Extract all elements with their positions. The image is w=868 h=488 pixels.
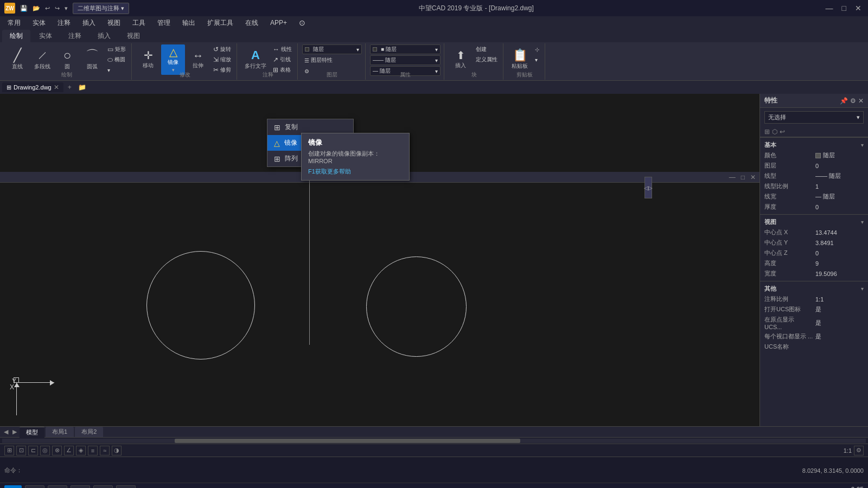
draw-line-btn[interactable]: ╱ 直线 — [5, 44, 29, 75]
draw-rect-btn[interactable]: ▭ 矩形 — [105, 44, 128, 54]
panel-settings-icon[interactable]: ⚙ — [850, 97, 856, 105]
selection-dropdown[interactable]: 无选择 ▾ — [764, 111, 864, 124]
menu-shuchu[interactable]: 输出 — [177, 17, 201, 29]
block-create-btn[interactable]: 创建 — [474, 44, 500, 54]
modify-scale-btn[interactable]: ⇲ 缩放 — [211, 55, 233, 65]
circle-right-mirrored — [366, 256, 467, 357]
menu-app[interactable]: APP+ — [265, 18, 292, 28]
menu-zhushi[interactable]: 注释 — [52, 17, 76, 29]
ribbon-tab-annotate[interactable]: 注释 — [61, 30, 89, 42]
quick-tool-redo[interactable]: ↪ — [53, 4, 61, 12]
prop-section-view-header[interactable]: 视图 ▾ — [764, 217, 864, 227]
prop-row-annscale: 注释比例 1:1 — [764, 294, 864, 304]
modify-rotate-btn[interactable]: ↺ 旋转 — [211, 44, 233, 54]
status-workspace-btn[interactable]: ⚙ — [854, 446, 864, 455]
block-attr-btn[interactable]: 定义属性 — [474, 55, 500, 65]
menu-shitu[interactable]: 视图 — [102, 17, 126, 29]
annotate-leader-btn[interactable]: ↗ 引线 — [271, 55, 294, 65]
taskbar-app-cad[interactable]: ⚒ — [116, 485, 136, 489]
canvas-maximize-btn[interactable]: □ — [739, 174, 746, 181]
system-clock[interactable]: 9:35 2018/11/6 — [837, 486, 864, 489]
draw-more-btn[interactable]: ▾ — [105, 65, 128, 75]
close-btn[interactable]: ✕ — [853, 4, 864, 12]
draw-circle-btn[interactable]: ○ 圆 — [55, 44, 79, 75]
taskbar-app-green[interactable]: ● — [93, 485, 113, 489]
canvas-minimize-btn[interactable]: — — [727, 174, 737, 181]
sheet-tab-model[interactable]: 模型 — [20, 427, 44, 438]
layer-props-btn[interactable]: ☰ 图层特性 — [302, 55, 362, 65]
sheet-tab-layout2[interactable]: 布局2 — [75, 427, 103, 437]
prop-row-linescale: 线型比例 1 — [764, 181, 864, 191]
modify-trim-btn[interactable]: ✂ 修剪 — [211, 65, 233, 75]
annotate-table-btn[interactable]: ⊞ 表格 — [271, 65, 294, 75]
modify-move-btn[interactable]: ✛ 移动 — [136, 44, 160, 75]
prop-section-other-header[interactable]: 其他 ▾ — [764, 284, 864, 294]
sheet-nav-left[interactable]: ◀ — [2, 428, 10, 435]
draw-ellipse-btn[interactable]: ⬭ 椭圆 — [105, 55, 128, 65]
layer-list-btn[interactable]: 随层 ▾ — [302, 44, 362, 54]
cmd-input[interactable] — [24, 467, 789, 474]
menu-kuozhan[interactable]: 扩展工具 — [202, 17, 239, 29]
layer-group-items: 随层 ▾ ☰ 图层特性 ⚙ — [302, 44, 362, 91]
draw-polyline-btn[interactable]: ⟋ 多段线 — [30, 44, 54, 75]
paste-btn[interactable]: 📋 粘贴板 — [508, 44, 532, 75]
workspace-dropdown[interactable]: 二维草图与注释 ▾ — [73, 3, 129, 14]
menu-gongju[interactable]: 工具 — [127, 17, 151, 29]
ribbon-tab-view[interactable]: 视图 — [119, 30, 148, 42]
panel-close-icon[interactable]: ✕ — [858, 97, 864, 105]
status-grid-btn[interactable]: ⊞ — [4, 446, 14, 455]
sheet-nav-right[interactable]: ▶ — [11, 428, 18, 435]
taskbar-app-explorer[interactable]: 📁 — [25, 485, 44, 489]
panel-pin-icon[interactable]: 📌 — [840, 97, 848, 105]
panel-collapse-btn[interactable]: ◁▷ — [644, 177, 652, 198]
right-panel-icons: 📌 ⚙ ✕ — [840, 97, 864, 105]
ucs-y-arrow — [16, 383, 17, 415]
ribbon-tab-draw[interactable]: 绘制 — [2, 30, 30, 42]
status-transparency-btn[interactable]: ◑ — [112, 446, 122, 455]
canvas-close-btn[interactable]: ✕ — [749, 174, 757, 181]
ribbon-tab-solid[interactable]: 实体 — [31, 30, 60, 42]
status-linewidth-btn[interactable]: ≡ — [88, 446, 98, 455]
color-dropdown-btn[interactable]: ■ 随层 ▾ — [370, 44, 441, 54]
menu-charu[interactable]: 插入 — [77, 17, 101, 29]
insert-block-btn[interactable]: ⬆ 插入 — [449, 44, 473, 75]
quick-tool-undo[interactable]: ↩ — [43, 4, 52, 12]
status-osnap-btn[interactable]: ⊗ — [52, 446, 62, 455]
modify-mirror-btn[interactable]: △ 镜像 ▾ — [161, 44, 185, 75]
maximize-btn[interactable]: □ — [840, 4, 848, 12]
status-angle-btn[interactable]: ∠ — [64, 446, 74, 455]
prop-icon-1[interactable]: ⊞ — [764, 128, 770, 136]
prop-icon-2[interactable]: ⬡ — [772, 128, 777, 136]
minimize-btn[interactable]: — — [824, 4, 835, 12]
sheet-tab-layout1[interactable]: 布局1 — [46, 427, 74, 437]
taskbar-app-browser[interactable]: ⚡ — [48, 485, 67, 489]
menu-zaixian[interactable]: 在线 — [240, 17, 264, 29]
status-polar-btn[interactable]: ◎ — [40, 446, 50, 455]
draw-arc-btn[interactable]: ⌒ 圆弧 — [80, 44, 104, 75]
prop-icon-3[interactable]: ↩ — [780, 128, 785, 136]
menu-shiti[interactable]: 实体 — [27, 17, 51, 29]
modify-stretch-btn[interactable]: ↔ 拉伸 — [186, 44, 210, 75]
quick-tool-more[interactable]: ▾ — [63, 4, 69, 12]
prop-section-basic-header[interactable]: 基本 ▾ — [764, 140, 864, 150]
start-button[interactable]: ⊞ — [4, 485, 22, 489]
status-dynamic-btn[interactable]: ◈ — [76, 446, 86, 455]
quick-tool-save[interactable]: 💾 — [18, 4, 29, 12]
ribbon-tab-insert[interactable]: 插入 — [90, 30, 118, 42]
menu-extra[interactable]: ⊙ — [293, 17, 311, 28]
status-ortho-btn[interactable]: ⊏ — [28, 446, 38, 455]
horizontal-scrollbar[interactable] — [0, 437, 868, 444]
menu-changpyong[interactable]: 常用 — [2, 17, 26, 29]
linetype-dropdown-btn[interactable]: —— 随层 ▾ — [370, 55, 441, 65]
hscroll-thumb[interactable] — [175, 439, 520, 443]
hscroll-track[interactable] — [2, 439, 866, 443]
menu-guanli[interactable]: 管理 — [152, 17, 176, 29]
status-snap-btn[interactable]: ⊡ — [16, 446, 26, 455]
annotate-mtext-btn[interactable]: A 多行文字 — [241, 44, 270, 75]
paste-down-btn[interactable]: ▾ — [533, 55, 541, 65]
status-linetypes-btn[interactable]: ≈ — [100, 446, 110, 455]
annotate-dim-btn[interactable]: ↔ 线性 — [271, 44, 294, 54]
quick-tool-open[interactable]: 📂 — [31, 4, 42, 12]
paste-special-btn[interactable]: ⊹ — [533, 44, 541, 54]
taskbar-app-word[interactable]: W — [71, 485, 90, 489]
